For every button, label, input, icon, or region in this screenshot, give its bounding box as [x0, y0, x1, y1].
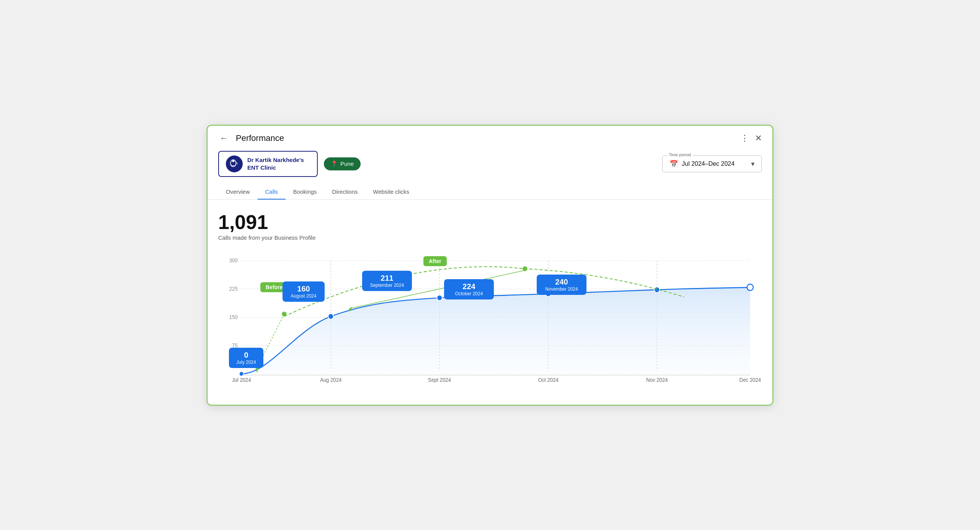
more-icon[interactable]: ⋮ [740, 133, 749, 143]
svg-point-16 [328, 313, 333, 319]
tooltip-sep-value: 211 [368, 274, 406, 283]
svg-text:Dec 2024: Dec 2024 [739, 377, 761, 383]
after-label: After [423, 256, 447, 266]
svg-text:Aug 2024: Aug 2024 [320, 377, 342, 383]
app-window: ← Performance ⋮ ✕ Dr Kartik Narkhede's E… [207, 125, 773, 406]
tooltip-july: 0 July 2024 [229, 348, 263, 368]
tooltip-november: 240 November 2024 [537, 275, 586, 295]
svg-point-15 [239, 371, 244, 376]
tooltip-july-value: 0 [235, 351, 257, 360]
location-label: Pune [340, 160, 354, 167]
back-button[interactable]: ← [218, 132, 230, 145]
tooltip-nov-value: 240 [543, 278, 580, 286]
tabs: Overview Calls Bookings Directions Websi… [207, 177, 773, 200]
svg-text:225: 225 [229, 286, 238, 291]
svg-text:Oct 2024: Oct 2024 [538, 377, 559, 383]
chart-svg: 300 225 150 75 [218, 249, 762, 394]
calendar-icon: 📅 [670, 160, 678, 168]
chart-area: 1,091 Calls made from your Business Prof… [207, 200, 773, 405]
header: ← Performance ⋮ ✕ [207, 126, 773, 145]
stat-description: Calls made from your Business Profile [218, 234, 762, 241]
time-period-selector[interactable]: Time period 📅 Jul 2024–Dec 2024 ▾ [662, 155, 762, 172]
tab-directions[interactable]: Directions [325, 185, 366, 200]
close-icon[interactable]: ✕ [755, 133, 762, 143]
svg-text:75: 75 [232, 342, 238, 348]
svg-point-0 [227, 157, 241, 171]
tab-bookings[interactable]: Bookings [286, 185, 325, 200]
chevron-down-icon: ▾ [751, 160, 755, 168]
svg-text:300: 300 [229, 257, 238, 263]
location-button[interactable]: 📍 Pune [324, 157, 361, 170]
time-period-wrap: Time period 📅 Jul 2024–Dec 2024 ▾ [662, 155, 762, 172]
tooltip-august-value: 160 [289, 285, 318, 293]
svg-text:Sept 2024: Sept 2024 [428, 377, 451, 383]
header-left: ← Performance [218, 132, 284, 145]
time-period-value: Jul 2024–Dec 2024 [682, 160, 747, 167]
svg-point-20 [747, 284, 753, 290]
tooltip-august-month: August 2024 [289, 293, 318, 299]
location-pin-icon: 📍 [331, 160, 338, 167]
business-bar: Dr Kartik Narkhede's ENT Clinic 📍 Pune T… [207, 145, 773, 177]
svg-text:Jul 2024: Jul 2024 [232, 377, 251, 383]
tab-website-clicks[interactable]: Website clicks [365, 185, 417, 200]
svg-point-2 [232, 160, 234, 162]
tooltip-september: 211 September 2024 [362, 271, 412, 291]
header-right: ⋮ ✕ [740, 133, 762, 143]
business-name: Dr Kartik Narkhede's ENT Clinic [247, 156, 304, 171]
svg-point-21 [282, 311, 286, 316]
svg-point-17 [437, 295, 442, 301]
svg-text:Nov 2024: Nov 2024 [646, 377, 668, 383]
time-period-label: Time period [667, 152, 693, 157]
business-logo [226, 155, 243, 172]
tooltip-oct-value: 224 [450, 282, 488, 291]
chart-container: 300 225 150 75 [218, 249, 762, 394]
tooltip-october: 224 October 2024 [444, 279, 494, 299]
tab-overview[interactable]: Overview [218, 185, 258, 200]
tooltip-august: 160 August 2024 [283, 281, 325, 302]
svg-point-19 [654, 287, 660, 293]
tooltip-july-month: July 2024 [235, 360, 257, 365]
business-card[interactable]: Dr Kartik Narkhede's ENT Clinic [218, 151, 318, 177]
page-title: Performance [236, 133, 284, 143]
tooltip-nov-month: November 2024 [543, 286, 580, 292]
tooltip-sep-month: September 2024 [368, 283, 406, 288]
stat-number: 1,091 [218, 212, 762, 232]
tooltip-oct-month: October 2024 [450, 291, 488, 296]
svg-text:150: 150 [229, 314, 238, 320]
tab-calls[interactable]: Calls [258, 185, 286, 200]
